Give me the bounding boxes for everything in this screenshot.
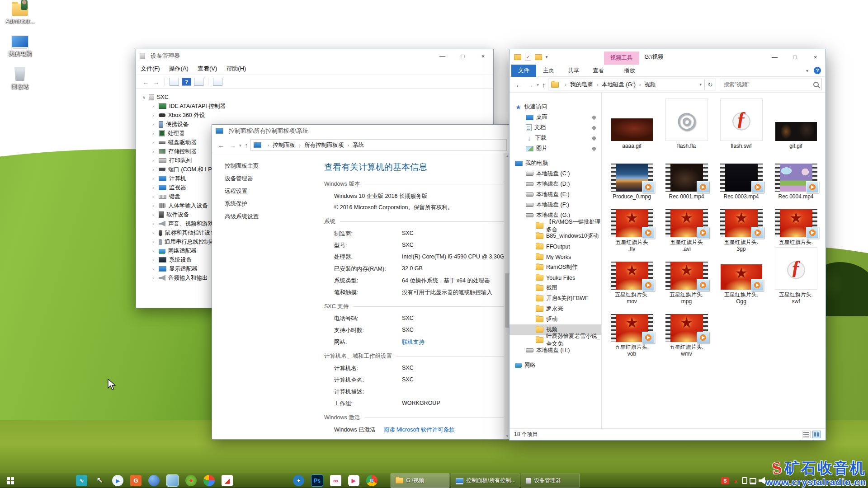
- nav-item[interactable]: ★ 快速访问: [509, 102, 601, 112]
- nav-item[interactable]: 桌面: [509, 112, 601, 122]
- nav-item[interactable]: 我的电脑: [509, 158, 601, 169]
- back-icon[interactable]: ←: [515, 81, 522, 89]
- taskbar-app-icon[interactable]: ▶: [112, 475, 123, 486]
- taskbar-app-icon[interactable]: ↖: [94, 475, 105, 486]
- file-item[interactable]: ƒ flash.swf: [714, 95, 769, 150]
- taskbar-window-button[interactable]: 控制面板\所有控制...: [451, 474, 519, 488]
- tray-icon[interactable]: S: [721, 477, 729, 484]
- tree-item[interactable]: › IDE ATA/ATAPI 控制器: [140, 102, 493, 111]
- folder-icon[interactable]: [514, 54, 521, 60]
- minimize-button[interactable]: —: [432, 49, 453, 63]
- file-item[interactable]: aaaa.gif: [604, 95, 659, 150]
- taskbar-app-icon[interactable]: ∞: [330, 475, 341, 486]
- tray-icon[interactable]: ▲: [731, 477, 740, 484]
- info-value[interactable]: SXC: [402, 327, 414, 334]
- chevron-right-icon[interactable]: ›: [152, 185, 159, 190]
- chevron-right-icon[interactable]: ›: [152, 140, 159, 145]
- chevron-right-icon[interactable]: ›: [152, 230, 159, 235]
- new-folder-icon[interactable]: [535, 54, 542, 60]
- up-icon[interactable]: ↑: [542, 81, 546, 89]
- nav-item[interactable]: 本地磁盘 (E:): [509, 189, 601, 200]
- file-item[interactable]: Rec 0001.mp4: [659, 150, 714, 201]
- ribbon-tab[interactable]: 共享: [561, 65, 586, 77]
- explorer-titlebar[interactable]: ✓ ▾ 视频工具 G:\视频 — □ ×: [509, 49, 826, 65]
- chevron-right-icon[interactable]: ›: [152, 176, 159, 181]
- maximize-button[interactable]: □: [453, 49, 473, 63]
- taskbar-window-button[interactable]: G:\视频: [391, 474, 449, 488]
- forward-icon[interactable]: →: [153, 78, 160, 86]
- taskbar-app-icon[interactable]: ◢: [222, 475, 233, 486]
- chevron-down-icon[interactable]: ▾: [699, 82, 702, 87]
- breadcrumb-item[interactable]: › 控制面板: [264, 141, 296, 149]
- taskbar-app-icon[interactable]: [148, 475, 160, 486]
- maximize-button[interactable]: □: [785, 49, 805, 65]
- chevron-right-icon[interactable]: ›: [152, 167, 159, 172]
- file-item[interactable]: Produce_0.mpg: [604, 150, 659, 201]
- chevron-right-icon[interactable]: ›: [152, 212, 159, 217]
- expand-ribbon-icon[interactable]: ▾: [806, 68, 808, 73]
- nav-item[interactable]: 叶辰孙怡夏若雪小说_全文免: [509, 335, 601, 345]
- breadcrumb-item[interactable]: › 我的电脑: [561, 81, 593, 89]
- ribbon-tab[interactable]: 查看: [586, 65, 611, 77]
- breadcrumb-item[interactable]: › 视频: [636, 81, 656, 89]
- chevron-right-icon[interactable]: ›: [152, 131, 159, 136]
- sidebar-link[interactable]: 远程设置: [225, 188, 296, 195]
- file-item[interactable]: Rec 0003.mp4: [714, 150, 769, 201]
- taskbar-app-icon[interactable]: [293, 475, 304, 486]
- nav-item[interactable]: My Works: [509, 252, 601, 262]
- sidebar-link[interactable]: 设备管理器: [225, 175, 296, 183]
- device-manager-titlebar[interactable]: 设备管理器 — □ ×: [136, 49, 493, 63]
- nav-item[interactable]: 【RAMOS一键批处理多合: [509, 221, 601, 231]
- tree-root[interactable]: ∨ SXC: [140, 93, 493, 102]
- ribbon-tab[interactable]: 播放: [617, 65, 642, 77]
- nav-item[interactable]: RamOS制作: [509, 262, 601, 272]
- chevron-right-icon[interactable]: ›: [152, 158, 159, 163]
- tray-icon[interactable]: [759, 477, 765, 484]
- info-value[interactable]: 联机支持: [402, 338, 425, 346]
- video-tools-tab[interactable]: 视频工具: [604, 52, 639, 65]
- chevron-right-icon[interactable]: ›: [152, 239, 159, 244]
- search-box[interactable]: [720, 79, 822, 90]
- file-item[interactable]: ★ 五星红旗片头. mpg: [659, 253, 714, 306]
- nav-item[interactable]: 图片: [509, 143, 601, 154]
- help-icon[interactable]: ?: [814, 67, 821, 74]
- chevron-right-icon[interactable]: ›: [152, 194, 159, 199]
- nav-item[interactable]: 罗永亮: [509, 304, 601, 314]
- chevron-down-icon[interactable]: ▾: [537, 82, 539, 87]
- tray-icon[interactable]: [742, 477, 747, 484]
- taskbar-app-icon[interactable]: G: [130, 475, 142, 486]
- menu-item[interactable]: 帮助(H): [226, 65, 246, 73]
- chevron-down-icon[interactable]: ▾: [239, 143, 241, 148]
- chevron-right-icon[interactable]: ›: [152, 203, 159, 208]
- file-item[interactable]: ★ 五星红旗片头. wmv: [659, 306, 714, 358]
- help-icon[interactable]: ?: [182, 78, 191, 86]
- nav-item[interactable]: Youku Files: [509, 272, 601, 283]
- desktop-icon[interactable]: 我的电脑: [3, 35, 37, 58]
- desktop-icon[interactable]: Administr...: [3, 4, 37, 24]
- file-item[interactable]: gif.gif: [769, 95, 823, 150]
- desktop-icon[interactable]: 回收站: [3, 67, 37, 91]
- nav-item[interactable]: 文档: [509, 122, 601, 133]
- taskbar-app-icon[interactable]: e: [366, 475, 377, 486]
- license-terms-link[interactable]: 阅读 Microsoft 软件许可条款: [383, 427, 455, 433]
- nav-item[interactable]: 截图: [509, 283, 601, 293]
- file-item[interactable]: ★ 五星红旗片头. Ogg: [714, 253, 769, 306]
- breadcrumb-item[interactable]: › 本地磁盘 (G:): [593, 81, 636, 89]
- file-item[interactable]: ★ 五星红旗片头. mkv: [769, 201, 823, 253]
- back-icon[interactable]: ←: [142, 78, 149, 86]
- taskbar-app-icon[interactable]: Ps: [311, 474, 323, 487]
- taskbar-app-icon[interactable]: [185, 475, 197, 486]
- refresh-icon[interactable]: ↻: [705, 79, 716, 90]
- nav-item[interactable]: 本地磁盘 (D:): [509, 179, 601, 189]
- nav-item[interactable]: FFOutput: [509, 241, 601, 252]
- scan-hardware-icon[interactable]: [213, 78, 222, 86]
- properties-check-icon[interactable]: ✓: [525, 54, 531, 61]
- nav-item[interactable]: ↓ 下载: [509, 133, 601, 143]
- sidebar-link[interactable]: 系统保护: [225, 200, 296, 208]
- tree-item[interactable]: › Xbox 360 外设: [140, 111, 493, 120]
- chevron-right-icon[interactable]: ›: [152, 258, 159, 263]
- chevron-right-icon[interactable]: ›: [152, 104, 159, 109]
- tray-icon[interactable]: [750, 478, 756, 483]
- taskbar-app-icon[interactable]: ▶: [348, 475, 359, 486]
- nav-item[interactable]: 驱动: [509, 314, 601, 324]
